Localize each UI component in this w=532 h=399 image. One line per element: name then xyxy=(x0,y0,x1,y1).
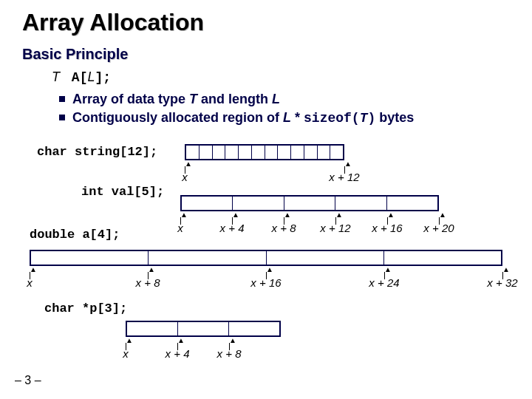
array-cell xyxy=(233,197,284,210)
bullet-marker-icon xyxy=(59,96,65,102)
b2-text-c: * xyxy=(291,110,304,125)
array-cell xyxy=(239,146,252,159)
array-cell xyxy=(252,146,265,159)
bullet-list: Array of data type T and length L Contig… xyxy=(59,92,414,129)
bullet-2: Contiguously allocated region of L * siz… xyxy=(59,110,414,126)
array-cell xyxy=(278,146,291,159)
array-cell xyxy=(335,197,386,210)
label-char-string: char string[12]; xyxy=(37,145,157,159)
array-cell xyxy=(149,251,266,265)
array-cell xyxy=(265,146,279,159)
array-cell xyxy=(127,322,178,335)
bullet-1: Array of data type T and length L xyxy=(59,92,414,107)
array-cell xyxy=(178,322,229,335)
array-cell xyxy=(229,322,279,335)
array-cell xyxy=(330,146,343,159)
array-cell xyxy=(182,197,233,210)
label-int-val: int val[5]; xyxy=(81,185,164,199)
array-cell xyxy=(384,251,501,265)
label-double-a: double a[4]; xyxy=(30,228,120,242)
decl-T: T xyxy=(52,69,60,84)
array-box-a xyxy=(30,250,502,266)
slide-number: – 3 – xyxy=(15,374,41,387)
decl-close: ]; xyxy=(95,70,111,85)
array-cell xyxy=(186,146,200,159)
b1-T: T xyxy=(189,92,197,106)
b2-text-g: bytes xyxy=(375,110,414,125)
array-cell xyxy=(31,251,149,265)
array-box-string xyxy=(185,144,344,160)
b1-text-a: Array of data type xyxy=(72,92,189,106)
array-box-p xyxy=(126,321,281,337)
b1-L: L xyxy=(272,92,280,106)
decl-L: L xyxy=(87,69,95,84)
array-cell xyxy=(291,146,304,159)
declaration-line: T A[L]; xyxy=(52,69,111,85)
b2-T: T xyxy=(360,111,368,126)
decl-A: A[ xyxy=(64,70,87,85)
array-cell xyxy=(304,146,318,159)
array-cell xyxy=(387,197,437,210)
slide-subtitle: Basic Principle xyxy=(22,46,128,63)
array-cell xyxy=(318,146,331,159)
slide-title: Array Allocation xyxy=(22,9,204,36)
array-cell xyxy=(267,251,384,265)
b2-sizeof-close: ) xyxy=(367,111,375,126)
b2-sizeof-open: sizeof( xyxy=(304,111,360,126)
array-cell xyxy=(213,146,226,159)
bullet-marker-icon xyxy=(59,115,65,120)
array-cell xyxy=(200,146,213,159)
b2-L: L xyxy=(283,110,291,125)
array-box-val xyxy=(180,195,439,211)
array-cell xyxy=(225,146,239,159)
b1-text-c: and length xyxy=(197,92,272,106)
label-char-p: char *p[3]; xyxy=(44,301,127,316)
b2-text-a: Contiguously allocated region of xyxy=(72,110,283,125)
array-cell xyxy=(284,197,335,210)
